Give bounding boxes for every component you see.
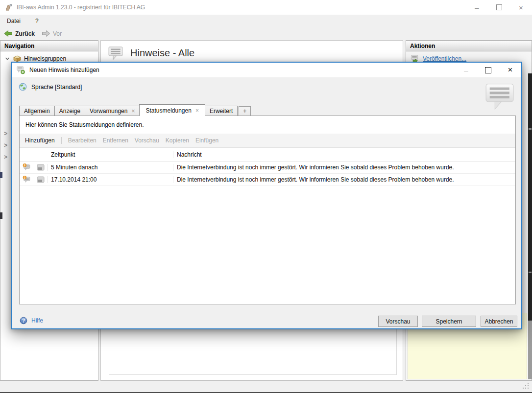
back-button[interactable]: Zurück (4, 30, 35, 37)
list-toolbar: Hinzufügen Bearbeiten Entfernen Vorschau… (20, 134, 515, 148)
dialog-maximize-icon (485, 67, 491, 73)
window-controls: – × (466, 0, 532, 15)
chevron-right-icon[interactable]: > (4, 142, 7, 149)
column-header-nachricht[interactable]: Nachricht (173, 151, 515, 158)
status-message-icon (23, 163, 31, 171)
chevron-right-icon[interactable]: > (4, 154, 7, 161)
window-title: IBI-aws Admin 1.23.0 - registriert für I… (17, 0, 145, 15)
tab-allgemein[interactable]: Allgemein (19, 106, 55, 116)
row-message: Die Internetverbindung ist noch immer ge… (173, 164, 515, 171)
right-edge-strip-lower (528, 321, 532, 379)
row-message: Die Internetverbindung ist noch immer ge… (173, 176, 515, 183)
speech-bubble-icon (108, 46, 123, 60)
panel-description: Hier können Sie Statusmeldungen definier… (25, 121, 144, 128)
tab-label: Erweitert (210, 108, 233, 115)
paste-button: Einfügen (195, 137, 218, 144)
row-time: 5 Minuten danach (48, 164, 173, 171)
vorschau-button[interactable]: Vorschau (378, 316, 418, 327)
abbrechen-button[interactable]: Abbrechen (481, 316, 517, 327)
status-message-icon (23, 176, 31, 184)
history-toolbar: Zurück Vor (0, 27, 532, 40)
app-icon (5, 3, 13, 11)
statusmeldungen-panel: Hier können Sie Statusmeldungen definier… (19, 116, 516, 304)
tab-label: Vorwarnungen (90, 108, 127, 115)
app-window: IBI-aws Admin 1.23.0 - registriert für I… (0, 0, 532, 393)
tree-item-label: Hinweisgruppen (24, 55, 66, 62)
tab-anzeige[interactable]: Anzeige (54, 106, 85, 116)
forward-button[interactable]: Vor (42, 30, 62, 37)
column-header-zeitpunkt[interactable]: Zeitpunkt (48, 151, 173, 158)
display-icon (37, 164, 45, 171)
dialog-title: Neuen Hinweis hinzufügen (29, 67, 99, 73)
add-notice-icon (17, 66, 25, 74)
forward-label: Vor (53, 30, 62, 37)
forward-arrow-icon (42, 30, 50, 37)
tree-icon-fragment (0, 212, 2, 219)
svg-text:?: ? (22, 318, 25, 324)
table-row[interactable]: 5 Minuten danach Die Internetverbindung … (20, 162, 515, 174)
tab-erweitert[interactable]: Erweitert (205, 106, 238, 116)
actions-header: Aktionen (406, 41, 532, 51)
tab-close-icon[interactable]: × (131, 108, 135, 114)
dialog-close-button[interactable]: × (499, 63, 521, 77)
maximize-button[interactable] (488, 0, 510, 15)
language-label: Sprache [Standard] (31, 84, 82, 91)
menu-datei[interactable]: Datei (7, 18, 21, 24)
tab-close-icon[interactable]: × (195, 108, 199, 114)
tree-icon-fragment (0, 172, 2, 178)
tab-statusmeldungen[interactable]: Statusmeldungen × (139, 104, 205, 116)
dialog-minimize-button: – (455, 63, 477, 77)
help-link[interactable]: ? Hilfe (20, 317, 43, 324)
language-selector[interactable]: Sprache [Standard] (19, 83, 82, 91)
status-message-table: Zeitpunkt Nachricht (20, 148, 515, 186)
close-button[interactable]: × (510, 0, 532, 15)
edit-button: Bearbeiten (68, 137, 97, 144)
back-label: Zurück (15, 30, 35, 37)
publish-action[interactable]: Veröffentlichen... (406, 51, 532, 63)
dialog-maximize-button[interactable] (477, 63, 499, 77)
resize-grip[interactable] (528, 388, 529, 389)
copy-button: Kopieren (166, 137, 189, 144)
tab-label: Anzeige (59, 108, 80, 115)
dialog-titlebar: Neuen Hinweis hinzufügen – × (12, 63, 521, 77)
scroll-mark (529, 128, 532, 130)
display-icon (37, 176, 45, 183)
toolbar-separator (61, 137, 62, 144)
add-tab-button[interactable]: + (239, 106, 251, 116)
dialog-tabs: Allgemein Anzeige Vorwarnungen × Statusm… (19, 104, 251, 116)
row-time: 17.10.2014 21:00 (48, 176, 173, 183)
tab-label: Statusmeldungen (145, 107, 191, 114)
status-bar (0, 381, 532, 392)
speichern-button[interactable]: Speichern (422, 316, 476, 327)
chevron-down-icon[interactable] (4, 56, 10, 62)
table-header: Zeitpunkt Nachricht (20, 148, 515, 162)
add-button[interactable]: Hinzufügen (25, 137, 55, 144)
navigation-header: Navigation (0, 41, 98, 51)
help-label[interactable]: Hilfe (31, 317, 43, 324)
maximize-icon (496, 4, 502, 10)
tab-vorwarnungen[interactable]: Vorwarnungen × (85, 106, 140, 116)
remove-button: Entfernen (103, 137, 128, 144)
scroll-mark (529, 272, 532, 273)
chevron-right-icon[interactable]: > (4, 130, 7, 137)
add-notice-dialog: Neuen Hinweis hinzufügen – × Sprache [St… (11, 62, 522, 329)
content-header: Hinweise - Alle (101, 41, 403, 60)
table-row[interactable]: 17.10.2014 21:00 Die Internetverbindung … (20, 174, 515, 186)
help-icon: ? (20, 317, 27, 324)
main-titlebar: IBI-aws Admin 1.23.0 - registriert für I… (0, 0, 532, 15)
tab-label: Allgemein (24, 108, 50, 115)
minimize-button[interactable]: – (466, 0, 488, 15)
publish-link[interactable]: Veröffentlichen... (423, 55, 466, 62)
right-edge-strip (528, 73, 532, 321)
globe-icon (19, 83, 27, 91)
large-speech-bubble-icon (484, 82, 516, 111)
dialog-window-controls: – × (455, 63, 521, 77)
menubar: Datei ? (0, 15, 532, 27)
back-arrow-icon (4, 30, 13, 37)
menu-help[interactable]: ? (35, 18, 39, 24)
preview-button: Vorschau (135, 137, 159, 144)
page-title: Hinweise - Alle (130, 47, 194, 59)
